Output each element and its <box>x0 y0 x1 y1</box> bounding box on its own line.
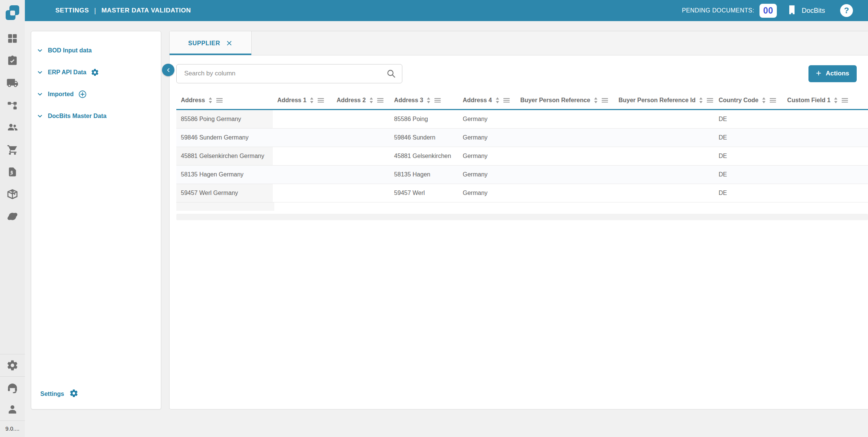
table-cell: Germany <box>458 147 516 165</box>
sidebar-item-bod-input-data[interactable]: BOD Input data <box>37 40 161 61</box>
column-menu-icon[interactable] <box>706 97 714 103</box>
table-cell: Germany <box>458 110 516 128</box>
sort-icon[interactable] <box>495 97 500 104</box>
tab-close-icon[interactable] <box>226 40 232 46</box>
column-menu-icon[interactable] <box>769 97 776 103</box>
users-icon[interactable] <box>6 121 18 133</box>
invoice-icon[interactable] <box>6 166 18 178</box>
sidebar-collapse-button[interactable] <box>162 64 174 76</box>
add-imported-plus-icon[interactable] <box>78 90 87 99</box>
cart-icon[interactable] <box>6 144 18 156</box>
sort-icon[interactable] <box>426 97 431 104</box>
table-row[interactable]: 59846 Sundern Germany59846 SundernGerman… <box>176 129 868 147</box>
docbits-logo-icon[interactable] <box>4 4 21 22</box>
column-header-address-3[interactable]: Address 3 <box>390 92 458 109</box>
dashboard-icon[interactable] <box>6 32 18 44</box>
table-row[interactable]: 58135 Hagen Germany58135 HagenGermanyDE <box>176 166 868 184</box>
column-menu-icon[interactable] <box>216 97 223 103</box>
tab-supplier[interactable]: SUPPLIER <box>170 31 252 55</box>
table-cell: Germany <box>458 184 516 202</box>
column-header-country-code[interactable]: Country Code <box>714 92 782 109</box>
table-row[interactable]: 59457 Werl Germany59457 WerlGermanyDE <box>176 184 868 202</box>
table-body: 85586 Poing Germany85586 PoingGermanyDE5… <box>176 110 868 202</box>
sidebar-item-label: DocBits Master Data <box>48 113 107 120</box>
workflow-icon[interactable] <box>6 99 18 111</box>
column-header-address-2[interactable]: Address 2 <box>332 92 390 109</box>
table-cell: 85586 Poing <box>390 110 458 128</box>
column-menu-icon[interactable] <box>434 97 441 103</box>
column-header-label: Address 4 <box>463 97 492 104</box>
organization[interactable]: DocBits <box>787 5 825 17</box>
topbar-right: PENDING DOCUMENTS: 00 DocBits ? <box>682 4 853 18</box>
brand-name: DocBits <box>802 7 825 15</box>
table-row[interactable]: 85586 Poing Germany85586 PoingGermanyDE <box>176 110 868 129</box>
table-row[interactable]: 45881 Gelsenkirchen Germany45881 Gelsenk… <box>176 147 868 166</box>
sort-icon[interactable] <box>309 97 314 104</box>
sidebar-item-docbits-master-data[interactable]: DocBits Master Data <box>37 105 161 127</box>
network-orbit-icon[interactable] <box>6 210 18 222</box>
page-title: MASTER DATA VALIDATION <box>101 7 191 14</box>
pending-documents-label: PENDING DOCUMENTS: <box>682 7 754 14</box>
master-data-sidebar: BOD Input data ERP API Data Imported Doc… <box>31 31 161 409</box>
column-header-buyer-person-reference-id[interactable]: Buyer Person Reference Id <box>614 92 714 109</box>
table-cell <box>516 129 614 147</box>
column-header-label: Address 1 <box>277 97 306 104</box>
table-cell <box>273 166 332 184</box>
table-cell <box>273 129 332 147</box>
table-header-row: AddressAddress 1Address 2Address 3Addres… <box>176 92 868 110</box>
data-table: AddressAddress 1Address 2Address 3Addres… <box>170 92 868 220</box>
table-cell: 45881 Gelsenkirchen <box>390 147 458 165</box>
sidebar-item-imported[interactable]: Imported <box>37 83 161 105</box>
search-icon[interactable] <box>386 69 396 78</box>
column-header-address[interactable]: Address <box>176 92 273 109</box>
column-header-address-1[interactable]: Address 1 <box>273 92 332 109</box>
support-headset-icon[interactable] <box>6 382 18 394</box>
app-version: 9.0.... <box>5 421 20 437</box>
sort-icon[interactable] <box>593 97 598 104</box>
column-menu-icon[interactable] <box>601 97 608 103</box>
breadcrumb-section[interactable]: SETTINGS <box>55 7 89 14</box>
erp-api-settings-gear-icon[interactable] <box>91 68 99 77</box>
sort-icon[interactable] <box>369 97 374 104</box>
column-menu-icon[interactable] <box>503 97 510 103</box>
column-menu-icon[interactable] <box>841 97 848 103</box>
column-menu-icon[interactable] <box>377 97 384 103</box>
profile-icon[interactable] <box>6 403 18 416</box>
table-cell <box>516 166 614 184</box>
column-header-label: Address <box>181 97 205 104</box>
column-header-custom-field-1[interactable]: Custom Field 1 <box>783 92 868 109</box>
help-button[interactable]: ? <box>840 4 853 17</box>
table-cell: Germany <box>458 166 516 184</box>
sort-icon[interactable] <box>833 97 838 104</box>
table-cell: 59846 Sundern Germany <box>176 129 273 147</box>
sort-icon[interactable] <box>698 97 703 104</box>
actions-button[interactable]: + Actions <box>808 65 857 82</box>
tab-strip: SUPPLIER <box>170 31 868 55</box>
column-menu-icon[interactable] <box>317 97 324 103</box>
table-cell <box>614 147 714 165</box>
table-cell: DE <box>714 147 782 165</box>
table-cell <box>516 184 614 202</box>
shipping-truck-icon[interactable] <box>6 77 18 89</box>
table-cell: 58135 Hagen Germany <box>176 166 273 184</box>
pending-documents: PENDING DOCUMENTS: 00 <box>682 4 777 18</box>
column-header-address-4[interactable]: Address 4 <box>458 92 516 109</box>
sort-icon[interactable] <box>208 97 213 104</box>
table-cell <box>273 110 332 128</box>
top-bar: SETTINGS | MASTER DATA VALIDATION PENDIN… <box>25 0 868 21</box>
search-input[interactable] <box>184 70 386 77</box>
table-cell <box>783 110 868 128</box>
sidebar-settings-gear-icon[interactable] <box>69 389 78 399</box>
horizontal-scrollbar[interactable] <box>176 214 868 220</box>
settings-gear-icon[interactable] <box>6 359 18 371</box>
active-tab-indicator <box>170 54 251 55</box>
sort-icon[interactable] <box>761 97 766 104</box>
column-header-buyer-person-reference[interactable]: Buyer Person Reference <box>516 92 614 109</box>
validation-clipboard-icon[interactable] <box>6 55 18 67</box>
table-cell <box>332 147 390 165</box>
table-cell: DE <box>714 184 782 202</box>
package-icon[interactable] <box>6 188 18 200</box>
table-cell: 59457 Werl Germany <box>176 184 273 202</box>
sidebar-item-erp-api-data[interactable]: ERP API Data <box>37 61 161 83</box>
sidebar-settings[interactable]: Settings <box>31 389 161 409</box>
